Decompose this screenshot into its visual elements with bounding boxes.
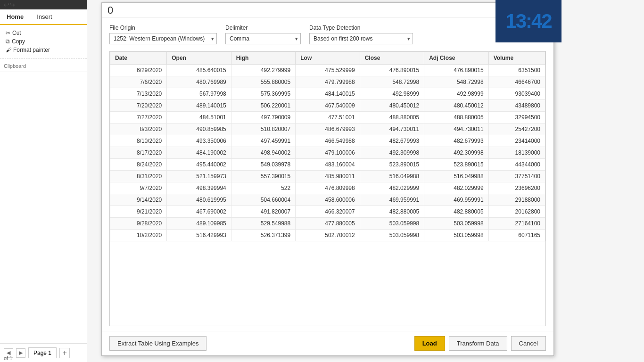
table-cell: 503.059998 — [424, 218, 488, 230]
table-cell: 567.97998 — [167, 88, 231, 100]
table-cell: 491.820007 — [231, 206, 295, 218]
table-cell: 503.059998 — [360, 218, 424, 230]
tab-insert[interactable]: Insert — [30, 9, 59, 24]
table-row: 6/29/2020485.640015492.279999475.5299994… — [110, 65, 545, 76]
table-cell: 8/3/2020 — [110, 123, 167, 135]
file-origin-select[interactable]: 1252: Western European (Windows)UTF-8UTF… — [109, 33, 217, 44]
cut-icon: ✂ — [6, 30, 10, 36]
table-cell: 44344000 — [488, 159, 545, 171]
table-cell: 9/21/2020 — [110, 206, 167, 218]
table-row: 7/27/2020484.51001497.790009477.51001488… — [110, 112, 545, 123]
table-cell: 485.640015 — [167, 65, 231, 76]
table-cell: 516.429993 — [167, 230, 231, 241]
table-cell: 482.029999 — [360, 182, 424, 194]
delimiter-select-wrapper[interactable]: CommaTabSemicolonSpace — [225, 33, 301, 44]
col-volume: Volume — [488, 52, 545, 65]
table-cell: 529.549988 — [231, 218, 295, 230]
footer-left: Extract Table Using Examples — [109, 336, 206, 351]
table-cell: 482.679993 — [360, 135, 424, 147]
table-cell: 480.450012 — [360, 100, 424, 112]
file-origin-label: File Origin — [109, 25, 217, 31]
table-row: 9/28/2020489.109985529.549988477.8800055… — [110, 218, 545, 230]
copy-label: Copy — [12, 38, 25, 45]
table-cell: 575.369995 — [231, 88, 295, 100]
table-cell: 8/24/2020 — [110, 159, 167, 171]
table-row: 8/10/2020493.350006497.459991466.5499884… — [110, 135, 545, 147]
table-row: 9/21/2020467.690002491.820007466.3200074… — [110, 206, 545, 218]
data-table-container[interactable]: Date Open High Low Close Adj Close Volum… — [109, 51, 546, 326]
col-adj-close: Adj Close — [424, 52, 488, 65]
file-origin-select-wrapper[interactable]: 1252: Western European (Windows)UTF-8UTF… — [109, 33, 217, 44]
dialog-overlay: 0 💾 ─ □ ✕ File Origin 1252: Western Euro… — [87, 0, 644, 362]
table-cell: 482.679993 — [424, 135, 488, 147]
table-cell: 494.730011 — [360, 123, 424, 135]
table-cell: 489.140015 — [167, 100, 231, 112]
table-row: 7/6/2020480.769989555.880005479.79998854… — [110, 76, 545, 88]
table-cell: 482.029999 — [424, 182, 488, 194]
table-cell: 466.549988 — [296, 135, 360, 147]
data-type-detection-label: Data Type Detection — [309, 25, 413, 31]
table-cell: 498.940002 — [231, 147, 295, 159]
dialog-title: 0 — [107, 4, 113, 16]
table-cell: 467.540009 — [296, 100, 360, 112]
data-type-detection-select-wrapper[interactable]: Based on first 200 rowsBased on entire d… — [309, 33, 413, 44]
format-painter-button[interactable]: 🖌 Format painter — [4, 46, 83, 54]
table-cell: 489.109985 — [167, 218, 231, 230]
table-cell: 6071165 — [488, 230, 545, 241]
tab-home[interactable]: Home — [0, 9, 30, 25]
table-cell: 497.790009 — [231, 112, 295, 123]
ribbon-top: ↩ ↪ — [0, 0, 87, 9]
delimiter-select[interactable]: CommaTabSemicolonSpace — [225, 33, 301, 44]
cut-button[interactable]: ✂ Cut — [4, 29, 83, 37]
table-cell: 482.880005 — [360, 206, 424, 218]
redo-icon[interactable]: ↪ — [9, 1, 15, 8]
col-open: Open — [167, 52, 231, 65]
table-cell: 476.890015 — [424, 65, 488, 76]
table-cell: 8/10/2020 — [110, 135, 167, 147]
table-cell: 488.880005 — [360, 112, 424, 123]
table-cell: 503.059998 — [424, 230, 488, 241]
table-cell: 475.529999 — [296, 65, 360, 76]
table-cell: 484.190002 — [167, 147, 231, 159]
col-low: Low — [296, 52, 360, 65]
dialog-titlebar: 0 💾 ─ □ ✕ — [102, 3, 553, 18]
copy-icon: ⧉ — [6, 38, 10, 45]
table-cell: 23696200 — [488, 182, 545, 194]
col-date: Date — [110, 52, 167, 65]
table-cell: 479.799988 — [296, 76, 360, 88]
table-cell: 483.160004 — [296, 159, 360, 171]
load-button[interactable]: Load — [414, 336, 445, 351]
delimiter-label: Delimiter — [225, 25, 301, 31]
undo-icon[interactable]: ↩ — [4, 1, 9, 8]
table-cell: 9/28/2020 — [110, 218, 167, 230]
table-cell: 523.890015 — [424, 159, 488, 171]
table-cell: 32994500 — [488, 112, 545, 123]
header-row: Date Open High Low Close Adj Close Volum… — [110, 52, 545, 65]
table-cell: 43489800 — [488, 100, 545, 112]
copy-button[interactable]: ⧉ Copy — [4, 37, 83, 46]
clipboard-section: ✂ Cut ⧉ Copy 🖌 Format painter — [0, 27, 87, 56]
table-cell: 27164100 — [488, 218, 545, 230]
dialog-body: File Origin 1252: Western European (Wind… — [102, 18, 553, 331]
table-cell: 480.450012 — [424, 100, 488, 112]
table-cell: 504.660004 — [231, 194, 295, 206]
table-cell: 467.690002 — [167, 206, 231, 218]
table-cell: 9/14/2020 — [110, 194, 167, 206]
table-cell: 492.98999 — [424, 88, 488, 100]
data-type-detection-select[interactable]: Based on first 200 rowsBased on entire d… — [309, 33, 413, 44]
left-panel: ↩ ↪ Home Insert ✂ Cut ⧉ Copy 🖌 Format pa… — [0, 0, 87, 362]
table-cell: 522 — [231, 182, 295, 194]
table-cell: 497.459991 — [231, 135, 295, 147]
table-cell: 6351500 — [488, 65, 545, 76]
table-cell: 492.98999 — [360, 88, 424, 100]
extract-table-button[interactable]: Extract Table Using Examples — [109, 336, 206, 351]
table-cell: 6/29/2020 — [110, 65, 167, 76]
table-cell: 482.880005 — [424, 206, 488, 218]
table-cell: 8/31/2020 — [110, 171, 167, 182]
table-cell: 46646700 — [488, 76, 545, 88]
cancel-button[interactable]: Cancel — [511, 336, 546, 351]
clipboard-label: Clipboard — [0, 62, 87, 70]
table-cell: 485.980011 — [296, 171, 360, 182]
table-row: 9/14/2020480.619995504.660004458.6000064… — [110, 194, 545, 206]
transform-data-button[interactable]: Transform Data — [449, 336, 507, 351]
